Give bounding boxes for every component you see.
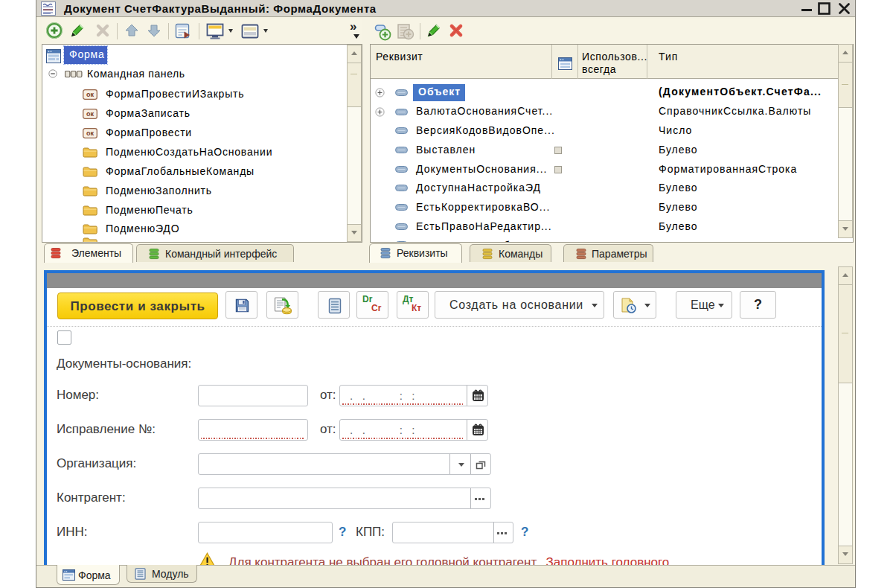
svg-text:ок: ок xyxy=(86,91,94,98)
svg-text:ок: ок xyxy=(86,130,94,137)
svg-text:ок: ок xyxy=(86,110,94,118)
